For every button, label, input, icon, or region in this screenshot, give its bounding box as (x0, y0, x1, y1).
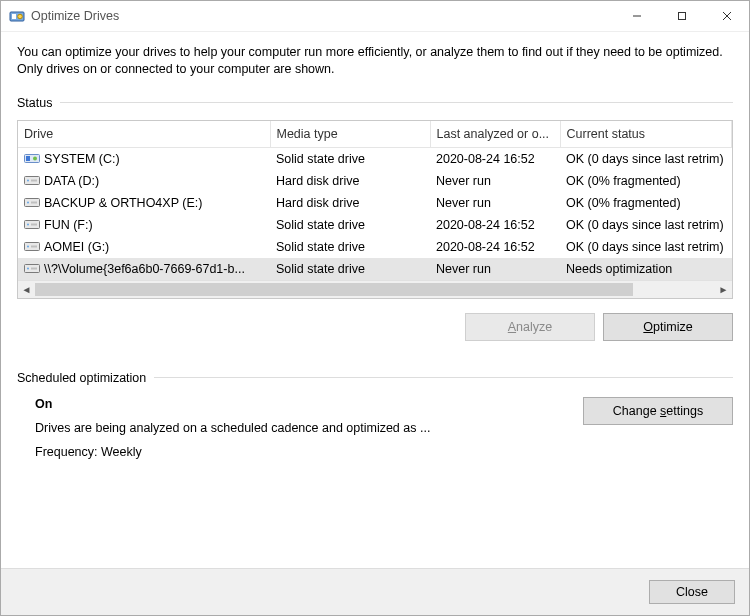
close-button[interactable]: Close (649, 580, 735, 604)
sched-desc: Drives are being analyzed on a scheduled… (35, 421, 583, 435)
optimize-button[interactable]: Optimize (603, 313, 733, 341)
media-type-cell: Solid state drive (270, 236, 430, 258)
current-status-cell: Needs optimization (560, 258, 732, 280)
svg-rect-21 (31, 246, 37, 248)
drive-cell: DATA (D:) (18, 170, 270, 192)
drive-name: BACKUP & ORTHO4XP (E:) (44, 196, 202, 210)
sched-label-text: Scheduled optimization (17, 371, 146, 385)
minimize-button[interactable] (614, 1, 659, 31)
drive-cell: AOMEI (G:) (18, 236, 270, 258)
media-type-cell: Solid state drive (270, 258, 430, 280)
svg-rect-4 (678, 13, 685, 20)
last-analyzed-cell: Never run (430, 170, 560, 192)
table-row[interactable]: SYSTEM (C:)Solid state drive2020-08-24 1… (18, 147, 732, 170)
col-status[interactable]: Current status (560, 121, 732, 148)
drive-name: FUN (F:) (44, 218, 93, 232)
last-analyzed-cell: Never run (430, 258, 560, 280)
drive-cell: BACKUP & ORTHO4XP (E:) (18, 192, 270, 214)
table-row[interactable]: \\?\Volume{3ef6a6b0-7669-67d1-b...Solid … (18, 258, 732, 280)
app-icon (9, 8, 25, 24)
svg-rect-24 (31, 268, 37, 270)
svg-point-23 (27, 268, 29, 270)
drive-icon (24, 175, 40, 186)
last-analyzed-cell: 2020-08-24 16:52 (430, 236, 560, 258)
scroll-left-arrow[interactable]: ◄ (18, 281, 35, 298)
table-row[interactable]: FUN (F:)Solid state drive2020-08-24 16:5… (18, 214, 732, 236)
svg-rect-18 (31, 224, 37, 226)
titlebar: Optimize Drives (1, 1, 749, 32)
drive-icon (24, 263, 40, 274)
last-analyzed-cell: 2020-08-24 16:52 (430, 214, 560, 236)
scroll-right-arrow[interactable]: ► (715, 281, 732, 298)
drive-name: DATA (D:) (44, 174, 99, 188)
drives-table: Drive Media type Last analyzed or o... C… (18, 121, 732, 280)
optimize-drives-window: Optimize Drives You can optimize your dr… (0, 0, 750, 616)
status-label-text: Status (17, 96, 52, 110)
last-analyzed-cell: 2020-08-24 16:52 (430, 147, 560, 170)
intro-text: You can optimize your drives to help you… (17, 44, 733, 78)
media-type-cell: Solid state drive (270, 147, 430, 170)
drive-name: \\?\Volume{3ef6a6b0-7669-67d1-b... (44, 262, 245, 276)
col-media[interactable]: Media type (270, 121, 430, 148)
scheduled-optimization-section: Scheduled optimization On Drives are bei… (17, 371, 733, 459)
scroll-thumb[interactable] (35, 283, 633, 296)
close-window-button[interactable] (704, 1, 749, 31)
media-type-cell: Solid state drive (270, 214, 430, 236)
sched-freq: Frequency: Weekly (35, 445, 583, 459)
current-status-cell: OK (0% fragmented) (560, 170, 732, 192)
last-analyzed-cell: Never run (430, 192, 560, 214)
svg-point-14 (27, 202, 29, 204)
drive-icon (24, 219, 40, 230)
drive-icon (24, 241, 40, 252)
action-button-row: Analyze Optimize (17, 313, 733, 341)
maximize-button[interactable] (659, 1, 704, 31)
sched-section-label: Scheduled optimization (17, 371, 733, 385)
svg-point-11 (27, 180, 29, 182)
media-type-cell: Hard disk drive (270, 170, 430, 192)
drives-table-wrap: Drive Media type Last analyzed or o... C… (17, 120, 733, 299)
divider (154, 377, 733, 378)
bottom-bar: Close (1, 568, 749, 615)
svg-rect-12 (31, 180, 37, 182)
table-row[interactable]: BACKUP & ORTHO4XP (E:)Hard disk driveNev… (18, 192, 732, 214)
col-last[interactable]: Last analyzed or o... (430, 121, 560, 148)
table-row[interactable]: AOMEI (G:)Solid state drive2020-08-24 16… (18, 236, 732, 258)
table-header-row: Drive Media type Last analyzed or o... C… (18, 121, 732, 148)
sched-on: On (35, 397, 583, 411)
divider (60, 102, 733, 103)
current-status-cell: OK (0 days since last retrim) (560, 147, 732, 170)
drive-cell: SYSTEM (C:) (18, 148, 270, 170)
media-type-cell: Hard disk drive (270, 192, 430, 214)
drive-cell: FUN (F:) (18, 214, 270, 236)
change-settings-button[interactable]: Change settings (583, 397, 733, 425)
current-status-cell: OK (0 days since last retrim) (560, 214, 732, 236)
drive-name: AOMEI (G:) (44, 240, 109, 254)
window-title: Optimize Drives (31, 9, 119, 23)
table-row[interactable]: DATA (D:)Hard disk driveNever runOK (0% … (18, 170, 732, 192)
drive-cell: \\?\Volume{3ef6a6b0-7669-67d1-b... (18, 258, 270, 280)
svg-point-9 (33, 157, 37, 161)
scroll-track[interactable] (35, 281, 715, 298)
horizontal-scrollbar[interactable]: ◄ ► (18, 280, 732, 298)
status-section-label: Status (17, 96, 733, 110)
current-status-cell: OK (0 days since last retrim) (560, 236, 732, 258)
current-status-cell: OK (0% fragmented) (560, 192, 732, 214)
svg-point-20 (27, 246, 29, 248)
svg-point-17 (27, 224, 29, 226)
analyze-button[interactable]: Analyze (465, 313, 595, 341)
drive-icon (24, 197, 40, 208)
svg-point-2 (18, 14, 23, 19)
svg-rect-1 (12, 14, 16, 19)
svg-rect-15 (31, 202, 37, 204)
svg-rect-8 (26, 156, 30, 161)
system-drive-icon (24, 153, 40, 164)
drive-name: SYSTEM (C:) (44, 152, 120, 166)
col-drive[interactable]: Drive (18, 121, 270, 148)
